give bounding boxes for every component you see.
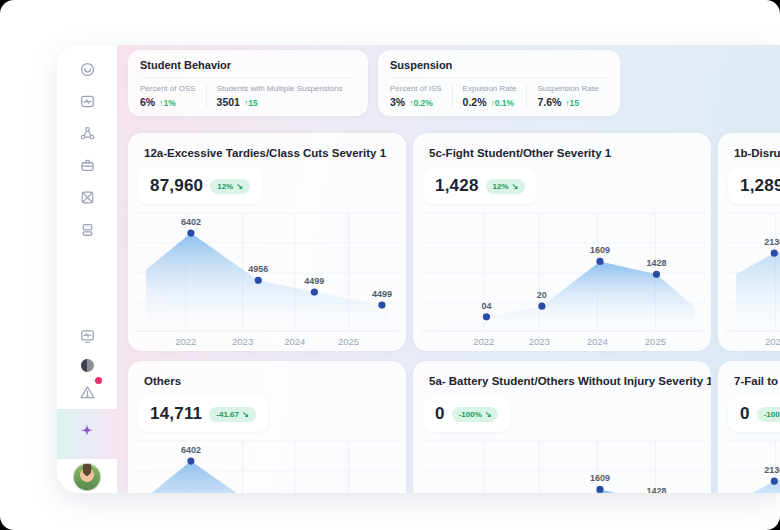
chart-title: 1b-Disruption xyxy=(718,133,780,159)
sidebar-item-briefcase[interactable] xyxy=(79,157,96,174)
alerts-button[interactable] xyxy=(79,384,96,401)
chart-title: Others xyxy=(128,361,406,387)
sidebar-item-school[interactable] xyxy=(79,61,96,78)
svg-text:2022: 2022 xyxy=(473,336,494,347)
area-chart: 21362022202320242025 xyxy=(718,201,780,351)
school-icon xyxy=(79,61,96,78)
sidebar-nav xyxy=(79,61,96,238)
stat-label: Percent of ISS xyxy=(390,84,442,93)
metric-box: 14,711 -41.67↘ xyxy=(138,396,268,432)
metric-box: 1,428 12%↘ xyxy=(423,168,537,204)
area-chart: 21362022202320242025 xyxy=(718,429,780,493)
area-chart: 0420160914282022202320242025 xyxy=(413,201,711,351)
stat-percent-of-oss: Percent of OSS 6% ↑1% xyxy=(140,84,206,108)
stat-delta: ↑15 xyxy=(565,98,579,108)
stat-card-title: Suspension xyxy=(390,59,608,78)
metric-value: 0 xyxy=(740,404,750,424)
app-window: Student Behavior Percent of OSS 6% ↑1% S… xyxy=(57,45,780,493)
stat-multiple-suspensions: Students with Multiple Suspensions 3501 … xyxy=(206,84,353,108)
trend-down-icon: ↘ xyxy=(242,410,249,419)
sidebar-item-layout[interactable] xyxy=(79,221,96,238)
svg-text:04: 04 xyxy=(481,301,491,311)
svg-text:2136: 2136 xyxy=(764,465,780,475)
svg-text:2025: 2025 xyxy=(338,336,359,347)
svg-text:2022: 2022 xyxy=(765,336,780,347)
sidebar-item-activity[interactable] xyxy=(79,93,96,110)
svg-text:2023: 2023 xyxy=(232,336,253,347)
area-chart: 64024956449944992022202320242025 xyxy=(128,429,406,493)
stat-delta: ↑15 xyxy=(244,98,258,108)
svg-text:1609: 1609 xyxy=(590,473,610,483)
metric-value: 0 xyxy=(435,404,445,424)
svg-text:2023: 2023 xyxy=(529,336,550,347)
monitor-activity-icon xyxy=(79,93,96,110)
svg-text:2024: 2024 xyxy=(284,336,305,347)
svg-text:6402: 6402 xyxy=(181,217,201,227)
stat-delta: ↑0.1% xyxy=(491,98,515,108)
metric-box: 87,960 12%↘ xyxy=(138,168,262,204)
chart-card-fail-to-follow: 7-Fail to Follow 0 -100%↘ 21362022202320… xyxy=(718,361,780,493)
svg-text:20: 20 xyxy=(537,290,547,300)
stat-delta: ↑0.2% xyxy=(409,98,433,108)
students-network-icon xyxy=(79,125,96,142)
metric-value: 1,428 xyxy=(435,176,479,196)
trend-down-icon: ↘ xyxy=(512,182,519,191)
chart-title: 12a-Excessive Tardies/Class Cuts Severit… xyxy=(128,133,406,159)
stat-card-student-behavior: Student Behavior Percent of OSS 6% ↑1% S… xyxy=(128,50,368,116)
sidebar-item-media[interactable] xyxy=(79,189,96,206)
metric-value: 1,289 xyxy=(740,176,780,196)
notification-dot xyxy=(95,377,102,384)
svg-text:2136: 2136 xyxy=(764,237,780,247)
ai-sparkle-icon xyxy=(76,421,98,447)
chart-card-fight-student: 5c-Fight Student/Other Severity 1 1,428 … xyxy=(413,133,711,351)
stat-row: Student Behavior Percent of OSS 6% ↑1% S… xyxy=(128,50,780,116)
sidebar-item-students[interactable] xyxy=(79,125,96,142)
stat-delta: ↑1% xyxy=(159,98,176,108)
chart-card-disruption: 1b-Disruption 1,289 12%↘ 213620222023202… xyxy=(718,133,780,351)
stat-value: 7.6% xyxy=(537,96,561,108)
svg-text:2025: 2025 xyxy=(645,336,666,347)
chart-title: 5a- Battery Student/Others Without Injur… xyxy=(413,361,711,387)
trend-down-icon: ↘ xyxy=(485,410,492,419)
chart-title: 7-Fail to Follow xyxy=(718,361,780,387)
briefcase-icon xyxy=(79,157,96,174)
svg-text:4956: 4956 xyxy=(248,492,268,493)
trend-badge: -41.67↘ xyxy=(209,407,255,422)
svg-text:1428: 1428 xyxy=(646,258,666,268)
theme-toggle[interactable] xyxy=(81,359,94,372)
sidebar-item-monitor[interactable] xyxy=(79,328,96,345)
stat-card-suspension: Suspension Percent of ISS 3% ↑0.2% Expul… xyxy=(378,50,620,116)
stat-expulsion-rate: Expulsion Rate 0.2% ↑0.1% xyxy=(452,84,527,108)
dashboard-main: Student Behavior Percent of OSS 6% ↑1% S… xyxy=(117,45,780,493)
user-avatar[interactable] xyxy=(73,463,101,491)
trend-badge: -100%↘ xyxy=(757,407,780,422)
stat-label: Students with Multiple Suspensions xyxy=(217,84,343,93)
stat-columns: Percent of OSS 6% ↑1% Students with Mult… xyxy=(140,84,356,108)
svg-text:4956: 4956 xyxy=(248,264,268,274)
ai-assistant-button[interactable] xyxy=(57,409,117,459)
monitor-pulse-icon xyxy=(79,328,96,345)
stat-card-title: Student Behavior xyxy=(140,59,356,78)
chart-card-battery-student: 5a- Battery Student/Others Without Injur… xyxy=(413,361,711,493)
trend-badge: 12%↘ xyxy=(486,179,526,194)
metric-value: 87,960 xyxy=(150,176,203,196)
stat-label: Percent of OSS xyxy=(140,84,196,93)
area-chart: 64024956449944992022202320242025 xyxy=(128,201,406,351)
svg-text:6402: 6402 xyxy=(181,445,201,455)
chart-title: 5c-Fight Student/Other Severity 1 xyxy=(413,133,711,159)
sidebar xyxy=(57,45,117,493)
layout-icon xyxy=(79,221,96,238)
stat-value: 6% xyxy=(140,96,155,108)
stat-label: Expulsion Rate xyxy=(463,84,517,93)
svg-text:4499: 4499 xyxy=(372,289,392,299)
svg-text:1428: 1428 xyxy=(646,486,666,493)
metric-box: 0 -100%↘ xyxy=(728,396,780,432)
stat-value: 3501 xyxy=(217,96,240,108)
chart-card-others: Others 14,711 -41.67↘ 640249564499449920… xyxy=(128,361,406,493)
stat-value: 3% xyxy=(390,96,405,108)
image-placeholder-icon xyxy=(79,189,96,206)
svg-text:4499: 4499 xyxy=(304,276,324,286)
stat-suspension-rate: Suspension Rate 7.6% ↑15 xyxy=(526,84,608,108)
trend-down-icon: ↘ xyxy=(236,182,243,191)
stat-columns: Percent of ISS 3% ↑0.2% Expulsion Rate 0… xyxy=(390,84,608,108)
